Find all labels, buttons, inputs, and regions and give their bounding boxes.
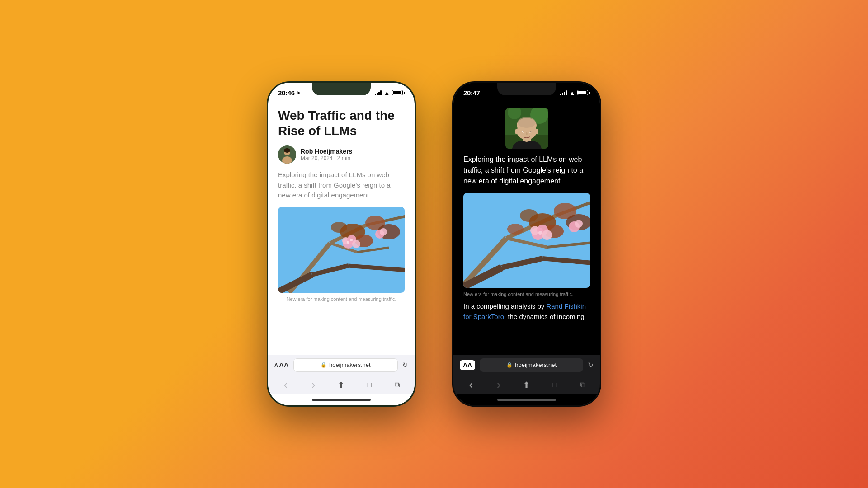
article-title: Web Traffic and the Rise of LLMs — [278, 108, 405, 138]
url-bar-dark[interactable]: 🔒 hoeijmakers.net — [480, 358, 583, 372]
status-icons-dark: ▲ — [560, 89, 590, 96]
share-button-light[interactable]: ⬆ — [332, 380, 350, 390]
body-text-start: In a compelling analysis by — [463, 302, 546, 310]
svg-point-55 — [542, 230, 552, 240]
svg-point-51 — [507, 224, 524, 235]
article-excerpt-dark: Exploring the impact of LLMs on web traf… — [463, 154, 590, 187]
author-photo-dark — [505, 108, 548, 149]
article-excerpt: Exploring the impact of LLMs on web traf… — [278, 170, 405, 201]
tabs-button-light[interactable]: ⧉ — [388, 381, 406, 389]
home-bar-light — [312, 399, 371, 401]
signal-bars — [375, 90, 382, 95]
tabs-button-dark[interactable]: ⧉ — [573, 381, 591, 389]
svg-point-56 — [538, 231, 542, 235]
article-meta: Mar 20, 2024 · 2 min — [301, 155, 352, 161]
url-text-light: hoeijmakers.net — [329, 361, 371, 368]
avatar-illustration — [278, 145, 296, 164]
svg-point-20 — [350, 239, 353, 241]
image-caption-dark: New era for making content and measuring… — [463, 291, 590, 297]
svg-point-19 — [347, 241, 349, 244]
svg-point-18 — [352, 240, 360, 248]
aa-button-dark[interactable]: AA — [460, 360, 475, 370]
svg-point-14 — [331, 222, 347, 233]
author-info: Rob Hoeijmakers Mar 20, 2024 · 2 min — [301, 148, 352, 161]
aa-button-light[interactable]: AAA — [274, 361, 289, 369]
signal-bars-dark — [560, 90, 567, 95]
home-indicator-light — [268, 394, 415, 405]
wifi-icon: ▲ — [384, 89, 390, 96]
bookmarks-button-dark[interactable]: □ — [546, 380, 564, 389]
home-bar-dark — [497, 399, 556, 401]
svg-point-38 — [515, 129, 519, 134]
svg-point-50 — [520, 209, 538, 222]
reload-icon-light[interactable]: ↻ — [402, 361, 408, 369]
time-dark: 20:47 — [463, 89, 480, 97]
lock-icon-light: 🔒 — [321, 362, 327, 368]
notch-light — [312, 83, 371, 95]
svg-point-58 — [575, 220, 583, 228]
phone-dark: 20:47 ▲ — [452, 81, 601, 407]
reload-icon-dark[interactable]: ↻ — [588, 361, 594, 369]
svg-point-3 — [284, 148, 290, 153]
battery — [392, 90, 405, 95]
screen-light: 20:46 ➤ ▲ Web Traffic and the Rise of LL… — [268, 83, 415, 405]
body-text-end: , the dynamics of incoming — [504, 313, 585, 320]
wifi-icon-dark: ▲ — [569, 89, 575, 96]
svg-point-22 — [380, 228, 387, 235]
status-icons-light: ▲ — [375, 89, 405, 96]
article-body-preview: In a compelling analysis by Rand Fishkin… — [463, 301, 590, 322]
forward-button-light[interactable]: › — [304, 378, 322, 392]
article-image-light — [278, 207, 405, 293]
phone-light: 20:46 ➤ ▲ Web Traffic and the Rise of LL… — [267, 81, 416, 407]
safari-nav-dark: ‹ › ⬆ □ ⧉ — [453, 375, 600, 394]
back-button-dark[interactable]: ‹ — [462, 378, 480, 392]
back-button-light[interactable]: ‹ — [277, 378, 295, 392]
svg-point-39 — [535, 129, 538, 134]
safari-toolbar-light[interactable]: AAA 🔒 hoeijmakers.net ↻ — [268, 355, 415, 375]
forward-button-dark[interactable]: › — [490, 378, 508, 392]
image-caption-light: New era for making content and measuring… — [278, 296, 405, 302]
safari-toolbar-dark[interactable]: AA 🔒 hoeijmakers.net ↻ — [453, 355, 600, 375]
share-button-dark[interactable]: ⬆ — [518, 380, 536, 390]
author-name: Rob Hoeijmakers — [301, 148, 352, 155]
blossom-svg-dark — [463, 193, 590, 288]
svg-point-37 — [518, 117, 536, 128]
article-content-light: Web Traffic and the Rise of LLMs Rob Hoe… — [268, 103, 415, 355]
author-photo-container — [463, 108, 590, 149]
safari-nav-light: ‹ › ⬆ □ ⧉ — [268, 375, 415, 394]
home-indicator-dark — [453, 394, 600, 405]
location-arrow-icon: ➤ — [297, 90, 301, 96]
notch-dark — [497, 83, 556, 95]
time-light: 20:46 — [278, 89, 295, 97]
avatar — [278, 145, 296, 164]
lock-icon-dark: 🔒 — [506, 362, 513, 368]
author-photo-svg — [505, 108, 548, 149]
article-content-dark: Exploring the impact of LLMs on web traf… — [453, 103, 600, 355]
battery-dark — [577, 90, 590, 95]
bookmarks-button-light[interactable]: □ — [360, 380, 378, 389]
screen-dark: 20:47 ▲ — [453, 83, 600, 405]
url-text-dark: hoeijmakers.net — [515, 361, 557, 368]
blossom-svg — [278, 207, 405, 293]
url-bar-light[interactable]: 🔒 hoeijmakers.net — [293, 358, 398, 372]
author-row: Rob Hoeijmakers Mar 20, 2024 · 2 min — [278, 145, 405, 164]
article-image-dark — [463, 193, 590, 288]
